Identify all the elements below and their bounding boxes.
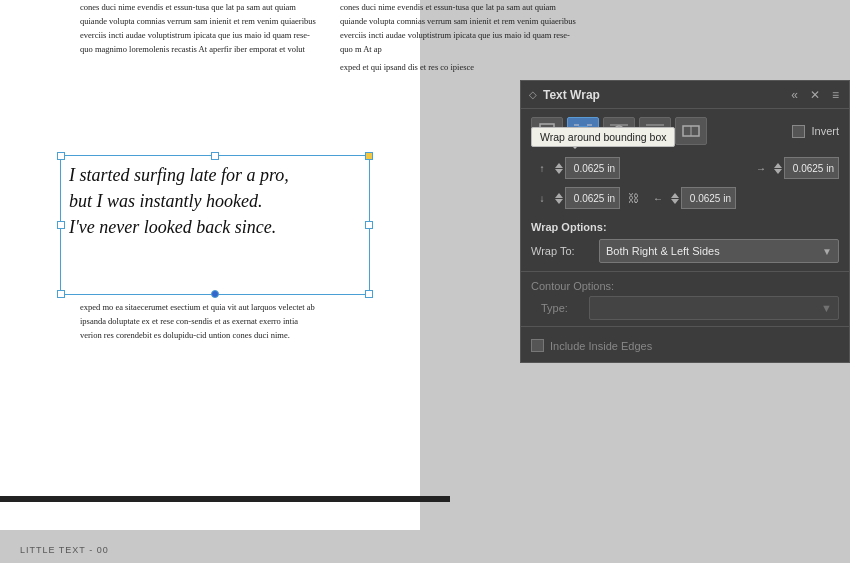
handle-tm[interactable]	[211, 152, 219, 160]
panel-header: ◇ Text Wrap « ✕ ≡	[521, 81, 849, 109]
type-chevron-icon: ▼	[821, 302, 832, 314]
panel-title: Text Wrap	[543, 88, 600, 102]
include-row: Include Inside Edges	[521, 329, 849, 362]
handle-br[interactable]	[365, 290, 373, 298]
invert-row: Invert	[792, 125, 839, 138]
type-row: Type: ▼	[541, 296, 839, 320]
wrap-to-value: Both Right & Left Sides	[606, 245, 720, 257]
invert-label: Invert	[811, 125, 839, 137]
contour-section: Contour Options: Type: ▼	[521, 274, 849, 324]
text-wrap-panel: ◇ Text Wrap « ✕ ≡	[520, 80, 850, 363]
black-bar	[0, 496, 450, 502]
include-label: Include Inside Edges	[550, 340, 652, 352]
bottom-offset-icon: ↓	[531, 193, 553, 204]
offsets-row-bottom: ↓ ⛓ ←	[521, 183, 849, 213]
type-select[interactable]: ▼	[589, 296, 839, 320]
offsets-row-top: Wrap around bounding box ↑ →	[521, 153, 849, 183]
right-offset-input[interactable]	[784, 157, 839, 179]
top-spinner[interactable]	[555, 163, 563, 174]
bottom-offset-input[interactable]	[565, 187, 620, 209]
menu-button[interactable]: ≡	[830, 88, 841, 102]
collapse-button[interactable]: «	[789, 88, 800, 102]
panel-header-left: ◇ Text Wrap	[529, 88, 600, 102]
tooltip-box: Wrap around bounding box	[531, 127, 675, 147]
wrap-to-label: Wrap To:	[531, 245, 591, 257]
handle-ml[interactable]	[57, 221, 65, 229]
top-offset-group: Wrap around bounding box ↑	[531, 157, 620, 179]
left-spinner[interactable]	[671, 193, 679, 204]
col-right-text: cones duci nime evendis et essun-tusa qu…	[340, 0, 580, 74]
tooltip-container: Wrap around bounding box ↑	[531, 157, 744, 179]
type-label: Type:	[541, 302, 581, 314]
chevron-down-icon: ▼	[822, 246, 832, 257]
include-checkbox[interactable]	[531, 339, 544, 352]
bottom-label: LITTLE TEXT - 00	[20, 545, 109, 555]
handle-bl[interactable]	[57, 290, 65, 298]
wrap-options-label: Wrap Options:	[521, 213, 849, 237]
invert-checkbox[interactable]	[792, 125, 805, 138]
page-left: cones duci nime evendis et essun-tusa qu…	[0, 0, 420, 530]
right-field-group: →	[750, 157, 839, 179]
right-spinner[interactable]	[774, 163, 782, 174]
close-button[interactable]: ✕	[808, 88, 822, 102]
left-offset-icon: ←	[647, 193, 669, 204]
handle-mr[interactable]	[365, 221, 373, 229]
divider	[521, 271, 849, 272]
top-offset-icon: ↑	[531, 163, 553, 174]
bottom-spinner[interactable]	[555, 193, 563, 204]
text-frame[interactable]: I started surfing late for a pro, but I …	[60, 155, 370, 295]
italic-text-content: I started surfing late for a pro, but I …	[61, 156, 369, 246]
col-left-bottom: exped mo ea sitaecerumet esectium et qui…	[80, 300, 320, 342]
wrap-to-row: Wrap To: Both Right & Left Sides ▼	[521, 237, 849, 269]
left-offset-input[interactable]	[681, 187, 736, 209]
link-icon: ⛓	[626, 192, 641, 204]
wrap-to-select[interactable]: Both Right & Left Sides ▼	[599, 239, 839, 263]
handle-bm[interactable]	[211, 290, 219, 298]
diamond-icon: ◇	[529, 89, 537, 100]
top-offset-input[interactable]	[565, 157, 620, 179]
bottom-field-group: ↓	[531, 187, 620, 209]
panel-header-right: « ✕ ≡	[789, 88, 841, 102]
col-left-text: cones duci nime evendis et essun-tusa qu…	[80, 0, 320, 56]
divider2	[521, 326, 849, 327]
handle-tr[interactable]	[365, 152, 373, 160]
top-field-group: ↑	[531, 157, 620, 179]
document-area: cones duci nime evendis et essun-tusa qu…	[0, 0, 850, 563]
wrap-btn-next-col[interactable]	[675, 117, 707, 145]
contour-options-label: Contour Options:	[531, 280, 839, 292]
handle-tl[interactable]	[57, 152, 65, 160]
left-field-group: ←	[647, 187, 736, 209]
right-offset-icon: →	[750, 163, 772, 174]
